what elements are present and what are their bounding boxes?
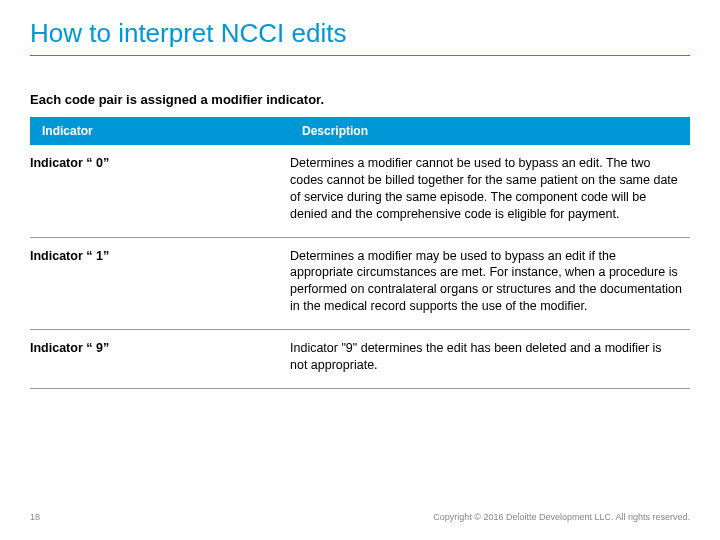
page-number: 18 <box>30 512 40 522</box>
cell-description: Determines a modifier may be used to byp… <box>290 237 690 330</box>
page-title: How to interpret NCCI edits <box>30 18 690 49</box>
cell-indicator: Indicator “ 1” <box>30 237 290 330</box>
cell-indicator: Indicator “ 9” <box>30 330 290 389</box>
footer: 18 Copyright © 2016 Deloitte Development… <box>30 512 690 522</box>
table-header-row: Indicator Description <box>30 117 690 145</box>
indicator-table: Indicator Description Indicator “ 0” Det… <box>30 117 690 389</box>
title-underline <box>30 55 690 56</box>
table-row: Indicator “ 0” Determines a modifier can… <box>30 145 690 237</box>
cell-description: Indicator "9" determines the edit has be… <box>290 330 690 389</box>
header-description: Description <box>290 117 690 145</box>
table-row: Indicator “ 1” Determines a modifier may… <box>30 237 690 330</box>
cell-description: Determines a modifier cannot be used to … <box>290 145 690 237</box>
intro-text: Each code pair is assigned a modifier in… <box>30 92 690 107</box>
copyright: Copyright © 2016 Deloitte Development LL… <box>433 512 690 522</box>
slide: How to interpret NCCI edits Each code pa… <box>0 0 720 540</box>
header-indicator: Indicator <box>30 117 290 145</box>
cell-indicator: Indicator “ 0” <box>30 145 290 237</box>
table-row: Indicator “ 9” Indicator "9" determines … <box>30 330 690 389</box>
